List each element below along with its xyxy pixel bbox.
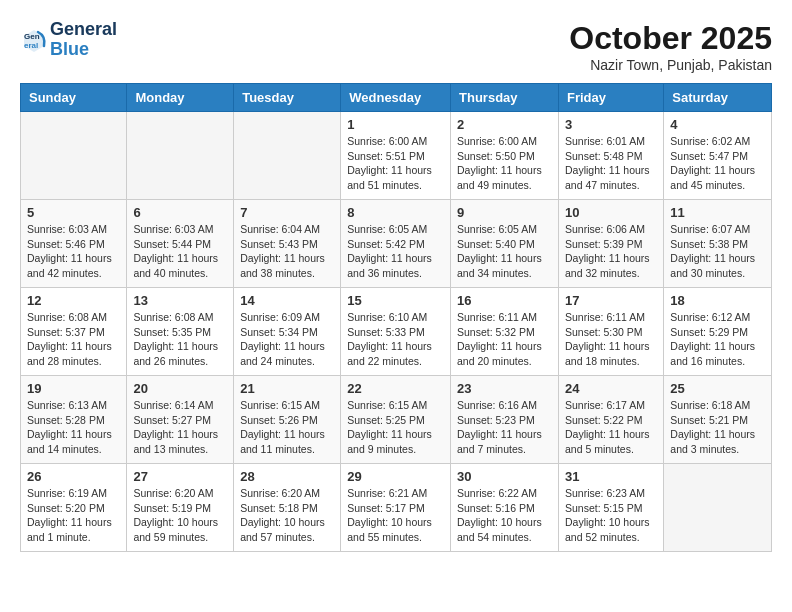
day-info: Sunrise: 6:01 AMSunset: 5:48 PMDaylight:… [565,134,657,193]
day-number: 22 [347,381,444,396]
weekday-header-thursday: Thursday [451,84,559,112]
calendar-week-4: 19Sunrise: 6:13 AMSunset: 5:28 PMDayligh… [21,376,772,464]
calendar-cell: 2Sunrise: 6:00 AMSunset: 5:50 PMDaylight… [451,112,559,200]
calendar-week-2: 5Sunrise: 6:03 AMSunset: 5:46 PMDaylight… [21,200,772,288]
day-info: Sunrise: 6:22 AMSunset: 5:16 PMDaylight:… [457,486,552,545]
calendar-cell: 6Sunrise: 6:03 AMSunset: 5:44 PMDaylight… [127,200,234,288]
calendar-table: SundayMondayTuesdayWednesdayThursdayFrid… [20,83,772,552]
calendar-cell: 12Sunrise: 6:08 AMSunset: 5:37 PMDayligh… [21,288,127,376]
weekday-header-wednesday: Wednesday [341,84,451,112]
calendar-cell: 20Sunrise: 6:14 AMSunset: 5:27 PMDayligh… [127,376,234,464]
day-info: Sunrise: 6:13 AMSunset: 5:28 PMDaylight:… [27,398,120,457]
calendar-cell: 8Sunrise: 6:05 AMSunset: 5:42 PMDaylight… [341,200,451,288]
title-block: October 2025 Nazir Town, Punjab, Pakista… [569,20,772,73]
day-number: 19 [27,381,120,396]
day-number: 26 [27,469,120,484]
calendar-cell: 23Sunrise: 6:16 AMSunset: 5:23 PMDayligh… [451,376,559,464]
day-info: Sunrise: 6:00 AMSunset: 5:51 PMDaylight:… [347,134,444,193]
logo-text: GeneralBlue [50,20,117,60]
calendar-cell: 28Sunrise: 6:20 AMSunset: 5:18 PMDayligh… [234,464,341,552]
day-info: Sunrise: 6:21 AMSunset: 5:17 PMDaylight:… [347,486,444,545]
weekday-header-monday: Monday [127,84,234,112]
calendar-cell: 19Sunrise: 6:13 AMSunset: 5:28 PMDayligh… [21,376,127,464]
day-number: 17 [565,293,657,308]
day-info: Sunrise: 6:20 AMSunset: 5:18 PMDaylight:… [240,486,334,545]
calendar-week-3: 12Sunrise: 6:08 AMSunset: 5:37 PMDayligh… [21,288,772,376]
day-info: Sunrise: 6:00 AMSunset: 5:50 PMDaylight:… [457,134,552,193]
calendar-cell: 21Sunrise: 6:15 AMSunset: 5:26 PMDayligh… [234,376,341,464]
day-info: Sunrise: 6:04 AMSunset: 5:43 PMDaylight:… [240,222,334,281]
calendar-week-1: 1Sunrise: 6:00 AMSunset: 5:51 PMDaylight… [21,112,772,200]
calendar-cell: 7Sunrise: 6:04 AMSunset: 5:43 PMDaylight… [234,200,341,288]
day-info: Sunrise: 6:08 AMSunset: 5:37 PMDaylight:… [27,310,120,369]
day-number: 27 [133,469,227,484]
day-info: Sunrise: 6:10 AMSunset: 5:33 PMDaylight:… [347,310,444,369]
location-subtitle: Nazir Town, Punjab, Pakistan [569,57,772,73]
page-header: Gen eral GeneralBlue October 2025 Nazir … [20,20,772,73]
day-info: Sunrise: 6:23 AMSunset: 5:15 PMDaylight:… [565,486,657,545]
calendar-cell: 27Sunrise: 6:20 AMSunset: 5:19 PMDayligh… [127,464,234,552]
calendar-cell: 30Sunrise: 6:22 AMSunset: 5:16 PMDayligh… [451,464,559,552]
calendar-cell: 22Sunrise: 6:15 AMSunset: 5:25 PMDayligh… [341,376,451,464]
calendar-cell: 11Sunrise: 6:07 AMSunset: 5:38 PMDayligh… [664,200,772,288]
calendar-cell: 15Sunrise: 6:10 AMSunset: 5:33 PMDayligh… [341,288,451,376]
day-info: Sunrise: 6:05 AMSunset: 5:42 PMDaylight:… [347,222,444,281]
day-number: 4 [670,117,765,132]
calendar-cell: 1Sunrise: 6:00 AMSunset: 5:51 PMDaylight… [341,112,451,200]
day-number: 21 [240,381,334,396]
day-number: 31 [565,469,657,484]
weekday-header-saturday: Saturday [664,84,772,112]
day-number: 15 [347,293,444,308]
day-number: 10 [565,205,657,220]
calendar-cell [21,112,127,200]
month-title: October 2025 [569,20,772,57]
day-number: 6 [133,205,227,220]
day-info: Sunrise: 6:19 AMSunset: 5:20 PMDaylight:… [27,486,120,545]
calendar-cell: 31Sunrise: 6:23 AMSunset: 5:15 PMDayligh… [558,464,663,552]
calendar-cell: 29Sunrise: 6:21 AMSunset: 5:17 PMDayligh… [341,464,451,552]
weekday-header-row: SundayMondayTuesdayWednesdayThursdayFrid… [21,84,772,112]
day-info: Sunrise: 6:17 AMSunset: 5:22 PMDaylight:… [565,398,657,457]
day-number: 16 [457,293,552,308]
calendar-cell: 13Sunrise: 6:08 AMSunset: 5:35 PMDayligh… [127,288,234,376]
svg-text:eral: eral [24,41,38,50]
day-number: 2 [457,117,552,132]
day-number: 3 [565,117,657,132]
weekday-header-tuesday: Tuesday [234,84,341,112]
day-info: Sunrise: 6:12 AMSunset: 5:29 PMDaylight:… [670,310,765,369]
day-number: 18 [670,293,765,308]
day-info: Sunrise: 6:09 AMSunset: 5:34 PMDaylight:… [240,310,334,369]
day-number: 23 [457,381,552,396]
day-number: 5 [27,205,120,220]
day-number: 25 [670,381,765,396]
weekday-header-friday: Friday [558,84,663,112]
day-info: Sunrise: 6:08 AMSunset: 5:35 PMDaylight:… [133,310,227,369]
calendar-cell: 3Sunrise: 6:01 AMSunset: 5:48 PMDaylight… [558,112,663,200]
day-number: 8 [347,205,444,220]
day-info: Sunrise: 6:02 AMSunset: 5:47 PMDaylight:… [670,134,765,193]
day-info: Sunrise: 6:11 AMSunset: 5:30 PMDaylight:… [565,310,657,369]
day-info: Sunrise: 6:11 AMSunset: 5:32 PMDaylight:… [457,310,552,369]
day-info: Sunrise: 6:16 AMSunset: 5:23 PMDaylight:… [457,398,552,457]
weekday-header-sunday: Sunday [21,84,127,112]
day-info: Sunrise: 6:18 AMSunset: 5:21 PMDaylight:… [670,398,765,457]
calendar-cell: 9Sunrise: 6:05 AMSunset: 5:40 PMDaylight… [451,200,559,288]
calendar-cell: 4Sunrise: 6:02 AMSunset: 5:47 PMDaylight… [664,112,772,200]
calendar-cell [664,464,772,552]
day-info: Sunrise: 6:14 AMSunset: 5:27 PMDaylight:… [133,398,227,457]
day-info: Sunrise: 6:15 AMSunset: 5:26 PMDaylight:… [240,398,334,457]
day-number: 11 [670,205,765,220]
day-info: Sunrise: 6:05 AMSunset: 5:40 PMDaylight:… [457,222,552,281]
day-info: Sunrise: 6:06 AMSunset: 5:39 PMDaylight:… [565,222,657,281]
svg-text:Gen: Gen [24,32,40,41]
day-info: Sunrise: 6:03 AMSunset: 5:46 PMDaylight:… [27,222,120,281]
day-number: 9 [457,205,552,220]
logo-icon: Gen eral [20,26,48,54]
calendar-cell [234,112,341,200]
calendar-cell: 17Sunrise: 6:11 AMSunset: 5:30 PMDayligh… [558,288,663,376]
day-number: 30 [457,469,552,484]
calendar-cell: 10Sunrise: 6:06 AMSunset: 5:39 PMDayligh… [558,200,663,288]
day-number: 24 [565,381,657,396]
day-number: 1 [347,117,444,132]
calendar-cell: 24Sunrise: 6:17 AMSunset: 5:22 PMDayligh… [558,376,663,464]
